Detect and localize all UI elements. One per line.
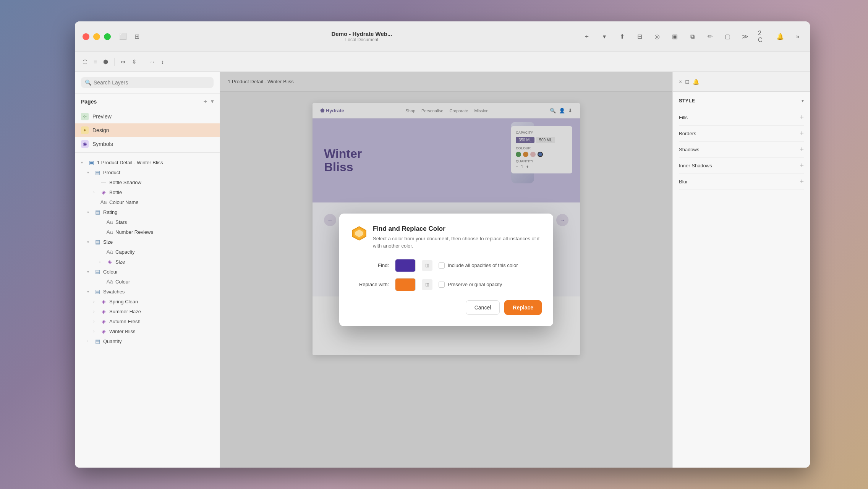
layer-quantity-label: Quantity [103, 338, 214, 344]
modal-desc: Select a color from your document, then … [373, 235, 542, 250]
page-item-symbols[interactable]: ◉ Symbols [75, 137, 220, 151]
distribute-h-icon[interactable]: ⇹ [121, 58, 126, 65]
chevron-right-icon7: › [87, 339, 92, 343]
page-item-preview[interactable]: ⊹ Preview [75, 110, 220, 123]
layer-capacity[interactable]: Aa Capacity [75, 247, 220, 257]
inner-shadows-add-btn[interactable]: + [800, 162, 804, 170]
shadows-add-btn[interactable]: + [800, 146, 804, 154]
folder-icon3: ▤ [94, 239, 101, 245]
style-panel: STYLE ▾ Fills + Borders + Shadows + Inne… [673, 92, 810, 196]
fills-add-btn[interactable]: + [800, 113, 804, 121]
layer-product-label: Product [103, 170, 214, 175]
pages-label: Pages [81, 99, 97, 105]
flip-v-icon[interactable]: ↕ [161, 58, 164, 65]
rect-icon[interactable]: ▢ [723, 32, 732, 41]
close-button[interactable] [83, 33, 89, 40]
replace-label: Replace with: [351, 282, 389, 287]
layer-size-comp[interactable]: › ◈ Size [75, 257, 220, 267]
checkbox1[interactable] [439, 262, 445, 269]
layer-bottle-shadow[interactable]: — Bottle Shadow [75, 177, 220, 187]
add-page-icon[interactable]: ＋ [202, 98, 208, 105]
layer-autumn-fresh[interactable]: › ◈ Autumn Fresh [75, 316, 220, 326]
pen-icon[interactable]: ✏ [705, 32, 714, 41]
more-icon[interactable]: ≫ [740, 32, 750, 41]
layer-size[interactable]: ▾ ▤ Size [75, 237, 220, 247]
layer-colour[interactable]: ▾ ▤ Colour [75, 267, 220, 277]
layer-swatches[interactable]: ▾ ▤ Swatches [75, 287, 220, 296]
text-icon: Aa [100, 199, 107, 205]
pages-actions: ＋ ▾ [202, 98, 214, 105]
layer-colour-name-label: Colour Name [109, 199, 214, 205]
page-symbols-label: Symbols [92, 141, 113, 147]
frame-icon[interactable]: ▣ [670, 32, 679, 41]
text-icon4: Aa [106, 249, 113, 255]
checkbox2-label: Preserve original opacity [448, 282, 502, 287]
layer-stars-label: Stars [115, 219, 214, 225]
layer-rating[interactable]: ▾ ▤ Rating [75, 207, 220, 217]
cancel-button[interactable]: Cancel [466, 300, 500, 315]
search-icon: 🔍 [85, 79, 91, 86]
chevron-right-icon[interactable]: » [793, 32, 802, 41]
grid-icon[interactable]: ⊞ [132, 32, 141, 41]
find-replace-modal: Find and Replace Color Select a color fr… [339, 214, 553, 326]
preserve-opacity-checkbox[interactable]: Preserve original opacity [439, 282, 502, 288]
layer-spring-clean[interactable]: › ◈ Spring Clean [75, 296, 220, 306]
left-sidebar: 🔍 Pages ＋ ▾ ⊹ Preview ✦ Design ◉ [75, 72, 220, 468]
align-right-icon[interactable]: ⬢ [103, 58, 108, 65]
fills-label: Fills [679, 115, 688, 120]
titlebar: ⬜ ⊞ Demo - Hydrate Web... Local Document… [75, 21, 810, 52]
fullscreen-button[interactable] [104, 33, 111, 40]
include-opacities-checkbox[interactable]: Include all opacities of this color [439, 262, 518, 269]
layer-number-reviews[interactable]: Aa Number Reviews [75, 227, 220, 237]
layer-bottle[interactable]: › ◈ Bottle [75, 187, 220, 197]
search-input[interactable] [94, 79, 210, 86]
style-header: STYLE ▾ [679, 98, 804, 104]
page-item-design[interactable]: ✦ Design [75, 123, 220, 137]
minimize-button[interactable] [93, 33, 100, 40]
modal-buttons: Cancel Replace [351, 300, 542, 315]
replace-opacity-btn[interactable]: ◫ [422, 279, 432, 290]
title-center: Demo - Hydrate Web... Local Document [141, 31, 582, 42]
flip-h-icon[interactable]: ↔ [149, 58, 155, 65]
align-left-icon[interactable]: ⬡ [83, 58, 87, 65]
layer-quantity[interactable]: › ▤ Quantity [75, 336, 220, 346]
layers-icon[interactable]: ⊟ [635, 32, 644, 41]
borders-label: Borders [679, 131, 696, 136]
add-icon[interactable]: ＋ [582, 32, 591, 41]
upload-icon[interactable]: ⬆ [617, 32, 627, 41]
layer-stars[interactable]: Aa Stars [75, 217, 220, 227]
bell-icon[interactable]: 🔔 [776, 32, 785, 41]
copy-icon[interactable]: ⧉ [688, 32, 697, 41]
layer-swatches-label: Swatches [103, 289, 214, 295]
layer-colour-text[interactable]: Aa Colour [75, 277, 220, 287]
find-opacity-btn[interactable]: ◫ [422, 260, 432, 271]
find-color-swatch[interactable] [395, 259, 416, 272]
layer-summer-haze[interactable]: › ◈ Summer Haze [75, 306, 220, 316]
secondary-toolbar: ⬡ ≡ ⬢ ⇹ ⇳ ↔ ↕ [75, 52, 810, 72]
folder-icon[interactable]: ⬜ [118, 32, 128, 41]
layer-colour-name[interactable]: Aa Colour Name [75, 197, 220, 207]
arrow-icon[interactable]: ▾ [600, 32, 609, 41]
target-icon[interactable]: ◎ [653, 32, 662, 41]
replace-button[interactable]: Replace [504, 300, 542, 315]
window-subtitle: Local Document [345, 37, 379, 42]
blur-add-btn[interactable]: + [800, 178, 804, 186]
chevron-down-icon4: ▾ [87, 270, 92, 274]
checkbox2[interactable] [439, 282, 445, 288]
layer-winter-bliss[interactable]: › ◈ Winter Bliss [75, 326, 220, 336]
modal-header: Find and Replace Color Select a color fr… [351, 225, 542, 250]
borders-add-btn[interactable]: + [800, 130, 804, 138]
line-icon: — [100, 179, 107, 185]
distribute-v-icon[interactable]: ⇳ [132, 58, 137, 65]
notification-icon[interactable]: 🔔 [693, 79, 699, 85]
pages-dropdown-icon[interactable]: ▾ [211, 98, 214, 105]
layer-capacity-label: Capacity [115, 249, 214, 255]
close-panel-icon[interactable]: × [679, 79, 682, 85]
layer-product[interactable]: ▾ ▤ Product [75, 167, 220, 177]
align-center-icon[interactable]: ≡ [94, 58, 97, 65]
search-input-wrap[interactable]: 🔍 [81, 77, 214, 88]
style-dropdown[interactable]: ▾ [802, 98, 804, 104]
replace-color-swatch[interactable] [395, 278, 416, 291]
layer-root[interactable]: ▾ ▣ 1 Product Detail - Winter Bliss [75, 157, 220, 167]
separator [75, 152, 220, 153]
